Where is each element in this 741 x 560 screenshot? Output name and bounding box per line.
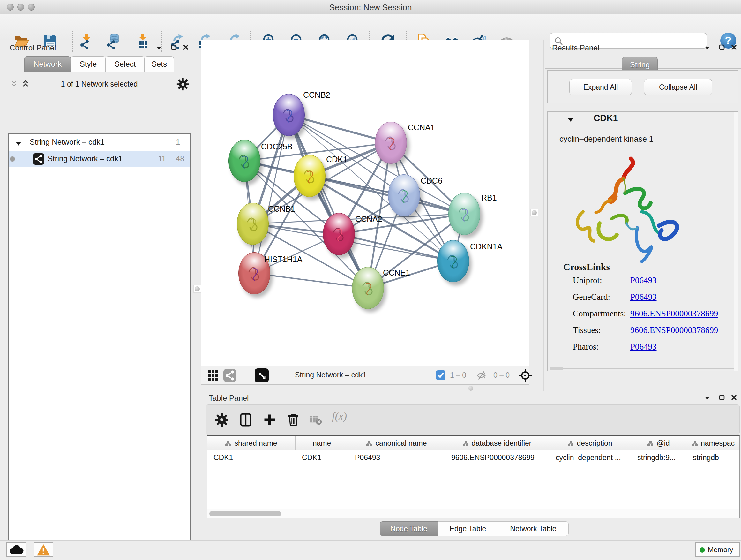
selected-node-edge-counts: 1 – 0 xyxy=(450,371,466,380)
gene-collapse-caret-icon[interactable] xyxy=(567,117,574,124)
network-tree-root-row[interactable]: String Network – cdk1 1 xyxy=(9,134,190,151)
control-panel: Control Panel NetworkStyleSelectSets 1 o… xyxy=(0,40,201,538)
control-panel-float-icon[interactable] xyxy=(171,44,178,51)
crosslink-value-link[interactable]: P06493 xyxy=(630,275,657,286)
network-node-CDC25B[interactable] xyxy=(228,140,260,182)
column-header-5[interactable]: @id xyxy=(631,436,686,450)
tab-network[interactable]: Network xyxy=(24,56,71,72)
protein-structure-thumb xyxy=(444,249,463,274)
results-dock-splitter[interactable] xyxy=(542,40,544,391)
fit-selected-crosshair-icon[interactable] xyxy=(518,368,532,384)
title-bar: Session: New Session xyxy=(0,0,741,14)
delete-column-trash-icon[interactable] xyxy=(286,413,300,427)
network-node-CCNB1[interactable] xyxy=(237,203,269,245)
collapse-all-button[interactable]: Collapse All xyxy=(644,79,712,95)
tab-select[interactable]: Select xyxy=(106,56,145,72)
network-node-CDC6[interactable] xyxy=(388,174,420,216)
column-tree-icon xyxy=(647,440,654,447)
network-node-CCNB2[interactable] xyxy=(273,94,305,136)
network-item-label: String Network – cdk1 xyxy=(48,154,123,163)
network-node-CCNE1[interactable] xyxy=(352,267,384,309)
crosslink-value-link[interactable]: P06493 xyxy=(630,342,657,352)
tab-network-table[interactable]: Network Table xyxy=(498,521,569,536)
delete-table-icon[interactable] xyxy=(309,413,323,427)
selected-checkbox-icon[interactable] xyxy=(436,370,446,380)
node-label-CDC25B: CDC25B xyxy=(261,142,293,151)
network-view-icon[interactable] xyxy=(223,369,236,383)
grid-view-icon[interactable] xyxy=(207,370,219,382)
column-header-0[interactable]: shared name xyxy=(207,436,295,450)
memory-button[interactable]: Memory xyxy=(695,543,740,557)
birdseye-view-icon[interactable] xyxy=(255,368,269,384)
network-tree-row-selected[interactable]: String Network – cdk1 11 48 xyxy=(9,151,190,167)
table-cell[interactable]: P06493 xyxy=(348,450,445,464)
show-columns-icon[interactable] xyxy=(239,413,253,427)
crosslink-value-link[interactable]: 9606.ENSP00000378699 xyxy=(630,309,718,319)
table-cell[interactable]: stringdb:9... xyxy=(631,450,686,464)
network-node-CDKN1A[interactable] xyxy=(437,240,469,282)
expand-all-button[interactable]: Expand All xyxy=(569,79,632,95)
crosslink-value-link[interactable]: 9606.ENSP00000378699 xyxy=(630,325,718,335)
network-options-gear-icon[interactable] xyxy=(177,78,189,92)
node-label-CCNA2: CCNA2 xyxy=(355,214,382,224)
scrollbar-thumb[interactable] xyxy=(209,511,281,516)
gene-symbol[interactable]: CDK1 xyxy=(594,113,618,123)
network-collection-label: String Network – cdk1 xyxy=(30,138,105,146)
control-panel-title: Control Panel xyxy=(10,44,56,52)
warning-status-button[interactable] xyxy=(33,543,53,557)
table-cell[interactable]: cyclin–dependent ... xyxy=(549,450,631,464)
table-panel-menu-icon[interactable] xyxy=(704,395,711,402)
bottom-splitter-handle[interactable] xyxy=(468,386,473,391)
column-header-1[interactable]: name xyxy=(295,436,348,450)
control-panel-close-icon[interactable] xyxy=(183,44,190,51)
control-panel-menu-icon[interactable] xyxy=(156,45,163,52)
results-panel-float-icon[interactable] xyxy=(719,44,726,51)
table-horizontal-scrollbar[interactable] xyxy=(207,509,739,518)
tab-style[interactable]: Style xyxy=(71,56,106,72)
table-settings-gear-icon[interactable] xyxy=(215,413,229,427)
table-panel-title: Table Panel xyxy=(209,394,249,402)
cloud-status-button[interactable] xyxy=(6,543,26,557)
column-header-2[interactable]: canonical name xyxy=(348,436,445,450)
results-panel-menu-icon[interactable] xyxy=(704,45,711,52)
tab-edge-table[interactable]: Edge Table xyxy=(438,521,498,536)
tab-node-table[interactable]: Node Table xyxy=(380,521,438,536)
protein-structure-thumb xyxy=(245,261,264,287)
network-view-toolbar: String Network – cdk1 1 – 0 0 – 0 xyxy=(201,366,529,385)
tree-expand-caret-icon[interactable] xyxy=(16,139,21,148)
function-builder-icon[interactable]: f(x) xyxy=(332,410,357,424)
column-header-3[interactable]: database identifier xyxy=(445,436,549,450)
column-tree-icon xyxy=(691,440,698,447)
node-label-HIST1H1A: HIST1H1A xyxy=(264,255,302,264)
left-splitter-handle[interactable] xyxy=(193,285,201,293)
add-column-icon[interactable] xyxy=(263,413,277,427)
protein-structure-thumb xyxy=(359,275,378,301)
network-canvas[interactable]: CCNB2 CCNA1 CDC25B CDK1 CDC6 RB1 xyxy=(201,40,529,366)
table-cell[interactable]: stringdb xyxy=(686,450,740,464)
network-node-CDK1[interactable] xyxy=(293,155,326,197)
table-panel-close-icon[interactable] xyxy=(731,394,738,401)
network-collection-count: 1 xyxy=(176,138,180,146)
warning-icon xyxy=(37,544,51,556)
network-node-CCNA1[interactable] xyxy=(375,122,407,164)
table-panel-float-icon[interactable] xyxy=(719,394,726,401)
crosslink-value-link[interactable]: P06493 xyxy=(630,292,657,302)
column-header-4[interactable]: description xyxy=(549,436,631,450)
current-network-dot-icon xyxy=(10,157,15,162)
protein-structure-thumb xyxy=(455,201,474,227)
results-horizontal-scrollbar[interactable] xyxy=(550,367,563,370)
app-window: Session: New Session xyxy=(0,0,741,560)
network-node-CCNA2[interactable] xyxy=(323,213,355,255)
status-bar: Memory xyxy=(0,540,741,560)
table-cell[interactable]: CDK1 xyxy=(295,450,348,464)
network-node-RB1[interactable] xyxy=(448,193,480,235)
table-cell[interactable]: CDK1 xyxy=(207,450,295,464)
results-vertical-scrollbar[interactable] xyxy=(734,112,738,371)
table-cell[interactable]: 9606.ENSP00000378699 xyxy=(445,450,549,464)
right-splitter-handle[interactable] xyxy=(530,209,538,216)
column-header-6[interactable]: namespac xyxy=(686,436,740,450)
tab-sets[interactable]: Sets xyxy=(145,56,174,72)
crosslinks-heading: CrossLinks xyxy=(563,261,610,272)
node-label-CCNE1: CCNE1 xyxy=(383,268,410,277)
results-panel-close-icon[interactable] xyxy=(731,44,738,51)
